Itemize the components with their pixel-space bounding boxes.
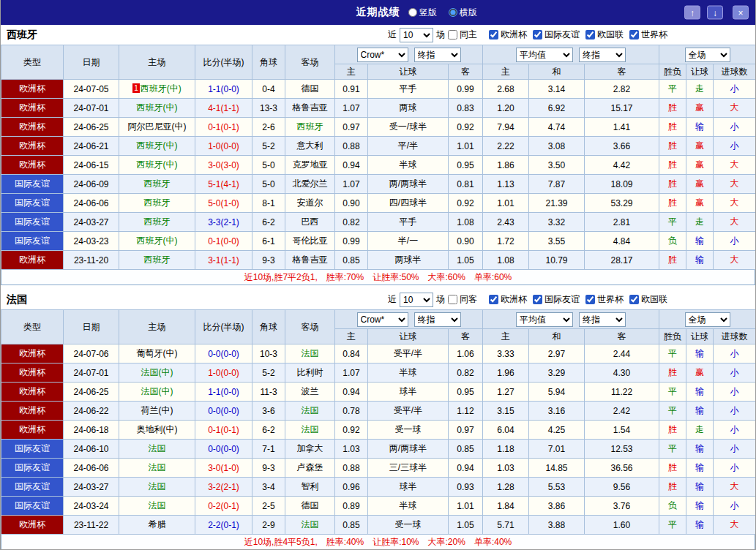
- odds-asian-home: 0.84: [335, 344, 368, 363]
- competition-filter[interactable]: 国际友谊: [533, 29, 580, 41]
- match-score: 3-0(1-0): [195, 459, 252, 478]
- same-venue-checkbox[interactable]: [448, 295, 457, 304]
- move-up-button[interactable]: ↑: [684, 6, 700, 20]
- col-asian-home: 主: [335, 329, 368, 344]
- odds-euro-home: 3.15: [483, 402, 529, 421]
- match-corners: 2-9: [252, 516, 285, 535]
- odds-euro-home: 1.18: [483, 440, 529, 459]
- competition-filter[interactable]: 欧国联: [585, 29, 624, 41]
- odds-asian-away: 0.85: [449, 440, 483, 459]
- match-count-select[interactable]: 10: [400, 293, 433, 307]
- odds-euro-draw: 3.08: [529, 137, 585, 156]
- competition-filter[interactable]: 欧国联: [629, 293, 667, 306]
- asian-odds-source-select[interactable]: Crow*: [357, 48, 408, 62]
- match-corners: 7-1: [252, 440, 285, 459]
- same-venue-filter[interactable]: 同客: [448, 293, 477, 306]
- col-score: 比分(半场): [195, 45, 252, 80]
- euro-odds-source-select[interactable]: 平均值: [516, 48, 573, 62]
- euro-odds-time-select[interactable]: 终指: [579, 48, 626, 62]
- vertical-layout-radio[interactable]: [408, 8, 417, 17]
- result-goals: 小: [714, 497, 756, 516]
- odds-euro-home: 1.72: [483, 232, 529, 251]
- match-row: 国际友谊24-06-06法国3-0(1-0)9-3卢森堡0.88三/三球半0.9…: [1, 459, 756, 478]
- match-home-team: 西班牙: [119, 175, 195, 194]
- col-euro-home: 主: [483, 329, 529, 344]
- results-table: 类型 日期 主场 比分(半场) 角球 客场 Crow* 终指 平均值: [1, 45, 756, 270]
- odds-euro-away: 9.56: [585, 478, 659, 497]
- odds-euro-away: 53.29: [585, 194, 659, 213]
- col-asian-away: 客: [449, 329, 483, 344]
- match-corners: 6-1: [252, 232, 285, 251]
- odds-asian-home: 0.94: [335, 156, 368, 175]
- odds-euro-home: 1.13: [483, 175, 529, 194]
- odds-euro-away: 2.82: [585, 80, 659, 99]
- result-group: 全场: [659, 310, 756, 329]
- match-home-team: 阿尔巴尼亚(中): [119, 118, 195, 137]
- match-home-team: 西班牙: [119, 213, 195, 232]
- competition-filter[interactable]: 欧洲杯: [489, 293, 527, 306]
- odds-asian-home: 0.91: [335, 80, 368, 99]
- asian-odds-time-select[interactable]: 终指: [414, 312, 461, 327]
- odds-asian-handicap: 平手: [368, 213, 449, 232]
- match-away-team: 意大利: [285, 137, 335, 156]
- close-button[interactable]: ×: [733, 6, 749, 20]
- match-score: 0-2(0-1): [195, 497, 252, 516]
- odds-euro-home: 1.08: [483, 251, 529, 270]
- match-score: 3-1(1-1): [195, 251, 252, 270]
- odds-euro-away: 12.53: [585, 440, 659, 459]
- match-score: 0-0(0-0): [195, 440, 252, 459]
- result-scope-select[interactable]: 全场: [685, 312, 730, 327]
- asian-odds-time-select[interactable]: 终指: [414, 48, 461, 62]
- filter-row: 法国 近 10 场 同客 欧洲杯国际友谊世界杯欧国联: [1, 290, 755, 309]
- result-goals: 大: [714, 478, 756, 497]
- odds-euro-away: 3.66: [585, 137, 659, 156]
- same-venue-filter[interactable]: 同主: [448, 29, 477, 41]
- competition-checkbox[interactable]: [489, 295, 498, 304]
- match-competition: 国际友谊: [1, 459, 64, 478]
- match-row: 国际友谊24-03-23西班牙(中)0-1(0-0)6-1哥伦比亚0.99半/一…: [1, 232, 756, 251]
- same-venue-checkbox[interactable]: [448, 30, 457, 39]
- result-handicap: 走: [686, 213, 714, 232]
- competition-checkbox[interactable]: [585, 30, 595, 39]
- games-label: 场: [436, 293, 445, 306]
- odds-asian-handicap: 球半: [368, 383, 449, 402]
- result-scope-select[interactable]: 全场: [685, 48, 730, 62]
- match-corners: 9-3: [252, 459, 285, 478]
- competition-filter[interactable]: 国际友谊: [533, 293, 580, 306]
- asian-odds-source-select[interactable]: Crow*: [357, 312, 408, 327]
- result-handicap: 赢: [686, 194, 714, 213]
- layout-option-horizontal[interactable]: 横版: [449, 7, 477, 19]
- competition-checkbox[interactable]: [533, 30, 542, 39]
- odds-euro-draw: 3.29: [529, 363, 585, 383]
- euro-odds-group: 平均值 终指: [483, 310, 659, 329]
- horizontal-layout-radio[interactable]: [449, 8, 457, 17]
- euro-odds-time-select[interactable]: 终指: [579, 312, 626, 327]
- match-date: 24-06-06: [64, 194, 119, 213]
- odds-asian-handicap: 两球半: [368, 251, 449, 270]
- odds-asian-away: 0.97: [449, 421, 483, 440]
- match-away-team: 比利时: [285, 363, 335, 383]
- match-row: 欧洲杯24-07-01法国(中)1-0(0-0)5-2比利时1.07半球0.82…: [1, 363, 756, 383]
- competition-checkbox[interactable]: [585, 295, 595, 304]
- odds-euro-draw: 3.16: [529, 402, 585, 421]
- match-count-select[interactable]: 10: [400, 28, 433, 42]
- euro-odds-source-select[interactable]: 平均值: [516, 312, 573, 327]
- odds-asian-handicap: 平/半: [368, 137, 449, 156]
- competition-filter[interactable]: 世界杯: [629, 29, 667, 41]
- col-away: 客场: [285, 310, 335, 344]
- competition-checkbox[interactable]: [489, 30, 498, 39]
- competition-checkbox[interactable]: [629, 295, 639, 304]
- competition-checkbox[interactable]: [629, 30, 639, 39]
- move-down-button[interactable]: ↓: [707, 6, 723, 20]
- odds-euro-draw: 3.14: [529, 80, 585, 99]
- competition-checkbox[interactable]: [533, 295, 542, 304]
- result-outcome: 胜: [659, 421, 686, 440]
- layout-option-vertical[interactable]: 竖版: [408, 7, 437, 19]
- odds-euro-home: 1.20: [483, 99, 529, 118]
- odds-asian-away: 1.01: [449, 497, 483, 516]
- competition-filter[interactable]: 世界杯: [585, 293, 624, 306]
- competition-filter[interactable]: 欧洲杯: [489, 29, 527, 41]
- result-handicap: 赢: [686, 175, 714, 194]
- team-section-spain: 西班牙 近 10 场 同主 欧洲杯国际友谊欧国联世界杯 类: [1, 25, 755, 285]
- match-away-team: 法国: [285, 421, 335, 440]
